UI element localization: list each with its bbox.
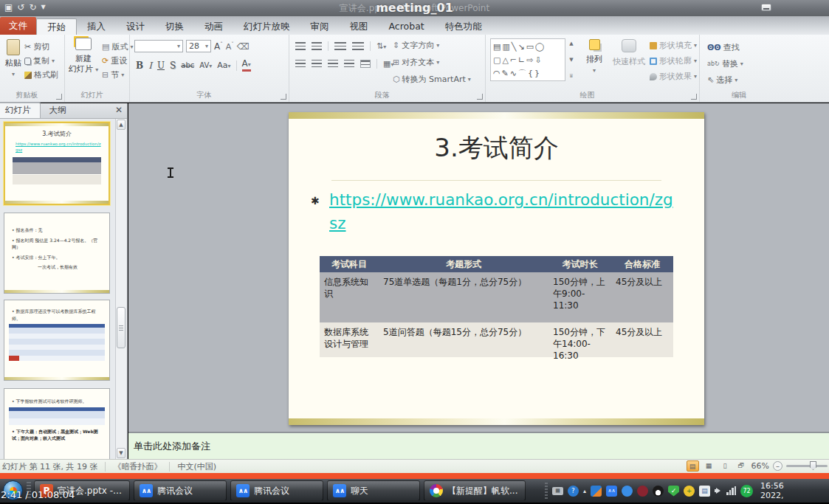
drawing-dialog-launcher[interactable] bbox=[691, 94, 697, 100]
justify-icon[interactable] bbox=[344, 60, 354, 68]
close-panel-icon[interactable]: ✕ bbox=[114, 106, 124, 116]
zoom-level[interactable]: 66% bbox=[751, 461, 769, 471]
taskbar-clock[interactable]: 16:56 2022, bbox=[760, 481, 784, 500]
strikethrough-button[interactable]: abc bbox=[181, 61, 194, 69]
tab-view[interactable]: 视图 bbox=[340, 18, 379, 35]
taskbar-chat-button[interactable]: ∧∧ 聊天 bbox=[327, 480, 420, 501]
align-text-button[interactable]: ⊞ 对齐文本▾ bbox=[393, 55, 471, 69]
slideshow-button[interactable]: 🗗 bbox=[735, 460, 748, 472]
section-button[interactable]: ⊟ 节▾ bbox=[102, 68, 133, 82]
slide-thumbnail-1[interactable]: 3.考试简介 https://www.ruankao.org.cn/introd… bbox=[4, 122, 110, 205]
text-direction-button[interactable]: ⇕ 文字方向▾ bbox=[393, 38, 471, 52]
volume-icon[interactable] bbox=[715, 488, 722, 494]
table-cell[interactable]: 5道问答题（每题15分，总分75分） bbox=[379, 322, 548, 357]
panel-tab-outline[interactable]: 大纲 bbox=[41, 103, 75, 118]
shape-fill-button[interactable]: 形状填充▾ bbox=[650, 38, 697, 52]
reset-button[interactable]: ⟳ 重设 bbox=[102, 54, 133, 68]
gallery-expand-icon[interactable]: ⩸ bbox=[570, 73, 573, 79]
slide-thumbnail-2[interactable]: • 报名条件：无 • 报名时间 预估是 3.24—4.2号报名。（官网） • 考… bbox=[4, 213, 110, 294]
slide-thumbnail-3[interactable]: • 数据库原理还没学可以考数据库系统工程师。 bbox=[4, 300, 110, 381]
paragraph-dialog-launcher[interactable] bbox=[477, 94, 483, 100]
align-right-icon[interactable] bbox=[328, 60, 338, 68]
scroll-up-icon[interactable]: ▲ bbox=[569, 41, 573, 46]
slide-thumbnail-4[interactable]: • 下学期软件测试可以考软件评测师。 • 下午大题：自动测试；黑盒测试；Web测… bbox=[4, 388, 110, 459]
table-cell[interactable]: 45分及以上 bbox=[611, 322, 673, 357]
layout-button[interactable]: ▤ 版式▾ bbox=[102, 40, 133, 54]
tab-home[interactable]: 开始 bbox=[36, 18, 77, 35]
line-spacing-icon[interactable]: ⇅▾ bbox=[376, 41, 386, 51]
numbering-icon[interactable] bbox=[312, 42, 322, 50]
quick-styles-button[interactable]: 快速样式 bbox=[611, 39, 647, 67]
find-button[interactable]: ꙨꙨ 查找 bbox=[707, 41, 743, 55]
panel-tab-slides[interactable]: 幻灯片 bbox=[0, 103, 41, 118]
scrollbar-up-icon[interactable]: ▲ bbox=[117, 120, 125, 130]
taskbar-meeting-button-2[interactable]: ∧∧ 腾讯会议 bbox=[230, 480, 323, 501]
char-spacing-button[interactable]: AV▾ bbox=[199, 61, 212, 69]
antivirus-tray-icon[interactable]: + bbox=[684, 486, 695, 497]
align-left-icon[interactable] bbox=[295, 60, 306, 68]
change-case-button[interactable]: Aa▾ bbox=[217, 61, 230, 70]
paste-button[interactable]: 粘贴▾ bbox=[3, 39, 24, 78]
table-header-cell[interactable]: 合格标准 bbox=[611, 256, 673, 272]
bold-button[interactable]: B bbox=[136, 61, 143, 71]
table-cell[interactable]: 数据库系统设计与管理 bbox=[320, 322, 379, 357]
tab-insert[interactable]: 插入 bbox=[77, 18, 116, 35]
tab-special-features[interactable]: 特色功能 bbox=[435, 18, 492, 35]
slide-sorter-button[interactable]: ▦ bbox=[703, 460, 715, 472]
show-hidden-icons-icon[interactable]: ▴ bbox=[583, 488, 586, 494]
tab-slideshow[interactable]: 幻灯片放映 bbox=[233, 18, 300, 35]
battery-indicator[interactable]: 72 bbox=[740, 485, 753, 497]
qq-penguin-icon[interactable] bbox=[653, 486, 664, 497]
slide-canvas[interactable]: 3.考试简介 ✱ https://www.ruankao.org.cn/intr… bbox=[289, 112, 704, 425]
underline-button[interactable]: U bbox=[157, 61, 165, 71]
font-size-combo[interactable]: 28▾ bbox=[186, 40, 211, 52]
tab-animations[interactable]: 动画 bbox=[194, 18, 233, 35]
increase-indent-icon[interactable] bbox=[352, 42, 364, 50]
reading-view-button[interactable]: ▯ bbox=[719, 460, 732, 472]
slide-table[interactable]: 考试科目 考题形式 考试时长 合格标准 信息系统知识 75道单选题（每题1分，总… bbox=[320, 256, 673, 357]
table-header-cell[interactable]: 考试时长 bbox=[548, 256, 611, 272]
red-app-tray-icon[interactable] bbox=[637, 486, 648, 497]
shapes-gallery-scroll[interactable]: ▲ ▼ ⩸ bbox=[567, 38, 576, 81]
convert-smartart-button[interactable]: ⬡ 转换为 SmartArt▾ bbox=[393, 72, 471, 86]
font-color-button[interactable]: A▾ bbox=[242, 59, 251, 72]
shadow-button[interactable]: S bbox=[170, 61, 176, 71]
align-center-icon[interactable] bbox=[312, 60, 322, 68]
taskbar-browser-button[interactable]: 【新提醒】帆软... bbox=[424, 480, 526, 501]
tab-design[interactable]: 设计 bbox=[116, 18, 155, 35]
zoom-slider[interactable] bbox=[786, 465, 828, 467]
qq-browser-tray-icon[interactable] bbox=[622, 486, 633, 497]
table-cell[interactable]: 75道单选题（每题1分，总分75分） bbox=[379, 272, 548, 322]
slide-hyperlink[interactable]: https://www.ruankao.org.cn/introduction/… bbox=[329, 188, 685, 235]
table-header-cell[interactable]: 考题形式 bbox=[379, 256, 548, 272]
docs-tray-icon[interactable] bbox=[591, 486, 602, 497]
tab-review[interactable]: 审阅 bbox=[300, 18, 340, 35]
table-cell[interactable]: 150分钟，上午9:00-11:30 bbox=[548, 272, 611, 322]
copy-button[interactable]: 复制▾ bbox=[24, 54, 58, 68]
scroll-down-icon[interactable]: ▼ bbox=[569, 57, 573, 63]
help-icon[interactable]: ? bbox=[568, 486, 579, 497]
italic-button[interactable]: I bbox=[148, 61, 152, 71]
table-cell[interactable]: 45分及以上 bbox=[611, 272, 673, 322]
bullets-icon[interactable] bbox=[295, 42, 306, 50]
shape-effects-button[interactable]: 形状效果▾ bbox=[650, 69, 697, 83]
tab-file[interactable]: 文件 bbox=[0, 17, 36, 35]
arrange-button[interactable]: 排列▾ bbox=[580, 39, 608, 75]
minimize-button[interactable] bbox=[761, 4, 771, 11]
zoom-out-button[interactable]: – bbox=[773, 461, 782, 471]
decrease-indent-icon[interactable] bbox=[334, 42, 346, 50]
taskbar-meeting-button-1[interactable]: ∧∧ 腾讯会议 bbox=[134, 480, 227, 501]
tab-acrobat[interactable]: Acrobat bbox=[379, 18, 435, 35]
tab-transitions[interactable]: 切换 bbox=[155, 18, 194, 35]
cut-button[interactable]: ✂剪切 bbox=[24, 40, 58, 54]
shape-outline-button[interactable]: 形状轮廓▾ bbox=[650, 54, 697, 68]
meeting-tray-icon[interactable]: ∧∧ bbox=[606, 486, 617, 497]
clear-formatting-button[interactable]: ⌫ bbox=[237, 41, 250, 52]
table-header-cell[interactable]: 考试科目 bbox=[320, 256, 379, 272]
slide-title[interactable]: 3.考试简介 bbox=[289, 131, 704, 165]
font-name-combo[interactable]: ▾ bbox=[134, 40, 183, 52]
security-shield-icon[interactable]: ✓ bbox=[668, 486, 679, 497]
shrink-font-button[interactable]: A˅ bbox=[226, 41, 234, 52]
format-painter-button[interactable]: 格式刷 bbox=[24, 68, 58, 82]
table-cell[interactable]: 信息系统知识 bbox=[320, 272, 379, 322]
